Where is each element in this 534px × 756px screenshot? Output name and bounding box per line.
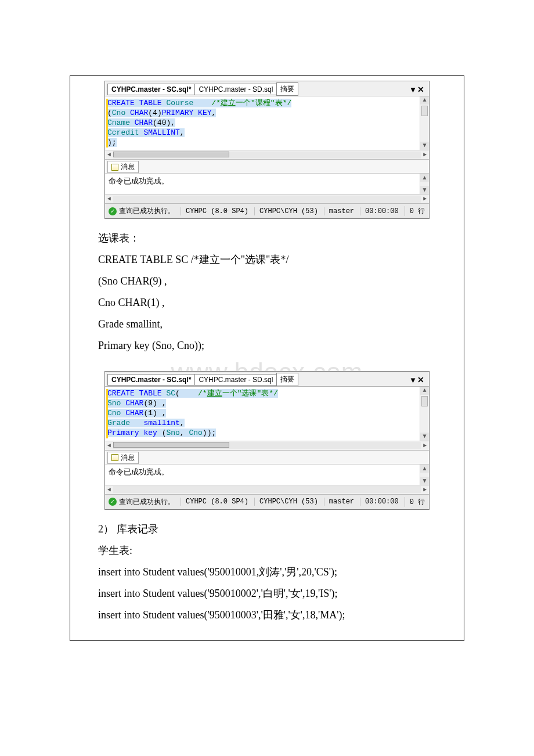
message-tab-row: 消息 (105, 159, 429, 173)
tab-bar: CYHPC.master - SC.sql* CYHPC.master - SD… (105, 81, 429, 96)
text-xuanke-heading: 选课表： (98, 231, 457, 246)
message-pane: 命令已成功完成。 ▲ ▼ (105, 173, 429, 194)
status-time: 00:00:00 (360, 498, 399, 506)
tab-sd-sql[interactable]: CYHPC.master - SD.sql (194, 84, 277, 95)
gutter-marker (106, 99, 108, 147)
text-insert-1: insert into Student values('950010001,刘涛… (98, 564, 457, 580)
scroll-thumb[interactable] (421, 396, 428, 406)
msg-horizontal-scrollbar[interactable]: ◄ ► (105, 485, 429, 494)
document-frame: www.bdocx.com CYHPC.master - SC.sql* CYH… (70, 75, 464, 641)
scroll-right-icon[interactable]: ► (421, 442, 429, 449)
msg-horizontal-scrollbar[interactable]: ◄ ► (105, 194, 429, 203)
message-text: 命令已成功完成。 (109, 177, 169, 185)
scroll-left-icon[interactable]: ◄ (105, 487, 113, 493)
code-line: Primary key (Sno, Cno)); (107, 429, 416, 438)
code-line: CREATE TABLE SC( /*建立一个"选课"表*/ (107, 389, 416, 399)
scroll-right-icon[interactable]: ► (421, 152, 429, 158)
tab-sd-sql[interactable]: CYHPC.master - SD.sql (194, 374, 277, 386)
code-line: ); (107, 138, 416, 148)
scroll-right-icon[interactable]: ► (421, 487, 429, 493)
message-tab-label: 消息 (121, 453, 135, 463)
code-lines: CREATE TABLE SC( /*建立一个"选课"表*/Sno CHAR(9… (107, 389, 428, 438)
status-rows: 0 行 (405, 206, 425, 216)
message-text: 命令已成功完成。 (109, 467, 169, 476)
code-line: Grade smallint, (107, 419, 416, 429)
code-line: Sno CHAR(9) , (107, 399, 416, 409)
scroll-down-icon[interactable]: ▼ (420, 433, 429, 441)
scroll-up-icon[interactable]: ▲ (420, 174, 429, 182)
text-student-heading: 学生表: (98, 543, 457, 559)
sql-window-1: CYHPC.master - SC.sql* CYHPC.master - SD… (104, 81, 430, 219)
vertical-scrollbar[interactable]: ▲ ▼ (420, 96, 429, 150)
hscroll-thumb[interactable] (113, 442, 229, 448)
sql-window-2: CYHPC.master - SC.sql* CYHPC.master - SD… (104, 371, 430, 509)
message-tab-label: 消息 (121, 162, 135, 172)
text-cno: Cno CHAR(1) , (98, 295, 457, 311)
scroll-down-icon[interactable]: ▼ (420, 186, 429, 194)
horizontal-scrollbar[interactable]: ◄ ► (105, 441, 429, 450)
tab-sc-sql[interactable]: CYHPC.master - SC.sql* (107, 374, 195, 386)
status-bar: ✓ 查询已成功执行。 CYHPC (8.0 SP4) CYHPC\CYH (53… (105, 203, 429, 218)
tab-summary[interactable]: 摘要 (276, 82, 298, 96)
status-user: CYHPC\CYH (53) (254, 207, 318, 215)
message-tab-row: 消息 (105, 450, 429, 464)
horizontal-scrollbar[interactable]: ◄ ► (105, 150, 429, 159)
status-user: CYHPC\CYH (53) (254, 498, 318, 506)
check-icon: ✓ (109, 498, 117, 506)
status-time: 00:00:00 (360, 207, 399, 215)
scroll-down-icon[interactable]: ▼ (420, 142, 429, 150)
status-text: 查询已成功执行。 (119, 206, 175, 216)
status-bar: ✓ 查询已成功执行。 CYHPC (8.0 SP4) CYHPC\CYH (53… (105, 494, 429, 509)
message-tab[interactable]: 消息 (107, 161, 139, 173)
code-line: Cname CHAR(40), (107, 118, 416, 128)
document-icon (111, 164, 118, 171)
scroll-up-icon[interactable]: ▲ (420, 465, 429, 473)
code-line: Ccredit SMALLINT, (107, 128, 416, 138)
message-tab[interactable]: 消息 (107, 452, 139, 464)
text-grade: Grade smallint, (98, 316, 457, 332)
text-sno: (Sno CHAR(9) , (98, 273, 457, 289)
scroll-right-icon[interactable]: ► (421, 196, 429, 202)
close-icon[interactable]: ✕ (417, 375, 424, 384)
status-server: CYHPC (8.0 SP4) (181, 498, 248, 506)
code-line: CREATE TABLE Course /*建立一个"课程"表*/ (107, 99, 416, 109)
scroll-up-icon[interactable]: ▲ (420, 96, 429, 105)
scroll-up-icon[interactable]: ▲ (420, 387, 429, 395)
status-server: CYHPC (8.0 SP4) (181, 207, 248, 215)
tab-bar: CYHPC.master - SC.sql* CYHPC.master - SD… (105, 372, 429, 387)
code-editor[interactable]: CREATE TABLE SC( /*建立一个"选课"表*/Sno CHAR(9… (105, 387, 429, 440)
scroll-thumb[interactable] (421, 106, 428, 116)
text-insert-2: insert into Student values('950010002','… (98, 586, 457, 602)
tab-summary[interactable]: 摘要 (276, 373, 298, 386)
check-icon: ✓ (109, 207, 117, 215)
message-pane: 命令已成功完成。 ▲ ▼ (105, 464, 429, 485)
code-line: (Cno CHAR(4)PRIMARY KEY, (107, 109, 416, 118)
scroll-left-icon[interactable]: ◄ (105, 442, 113, 449)
tab-sc-sql[interactable]: CYHPC.master - SC.sql* (107, 84, 195, 95)
hscroll-thumb[interactable] (113, 152, 229, 157)
gutter-marker (106, 389, 108, 438)
msg-vertical-scrollbar[interactable]: ▲ ▼ (420, 465, 429, 485)
scroll-left-icon[interactable]: ◄ (105, 196, 113, 202)
msg-vertical-scrollbar[interactable]: ▲ ▼ (420, 174, 429, 194)
status-db: master (324, 498, 354, 506)
dropdown-icon[interactable]: ▾ (411, 375, 415, 384)
text-create-sc: CREATE TABLE SC /*建立一个"选课"表*/ (98, 252, 457, 268)
status-rows: 0 行 (405, 497, 425, 507)
text-section-2: 2） 库表记录 (98, 521, 457, 537)
text-pk: Primary key (Sno, Cno)); (98, 338, 457, 354)
vertical-scrollbar[interactable]: ▲ ▼ (420, 387, 429, 440)
code-line: Cno CHAR(1) , (107, 409, 416, 419)
status-text: 查询已成功执行。 (119, 497, 175, 507)
code-editor[interactable]: CREATE TABLE Course /*建立一个"课程"表*/(Cno CH… (105, 96, 429, 150)
document-icon (111, 454, 118, 461)
status-db: master (324, 207, 354, 215)
close-icon[interactable]: ✕ (417, 85, 424, 94)
code-lines: CREATE TABLE Course /*建立一个"课程"表*/(Cno CH… (107, 99, 428, 147)
dropdown-icon[interactable]: ▾ (411, 85, 415, 94)
text-insert-3: insert into Student values('950010003','… (98, 607, 457, 623)
scroll-down-icon[interactable]: ▼ (420, 477, 429, 485)
scroll-left-icon[interactable]: ◄ (105, 152, 113, 158)
